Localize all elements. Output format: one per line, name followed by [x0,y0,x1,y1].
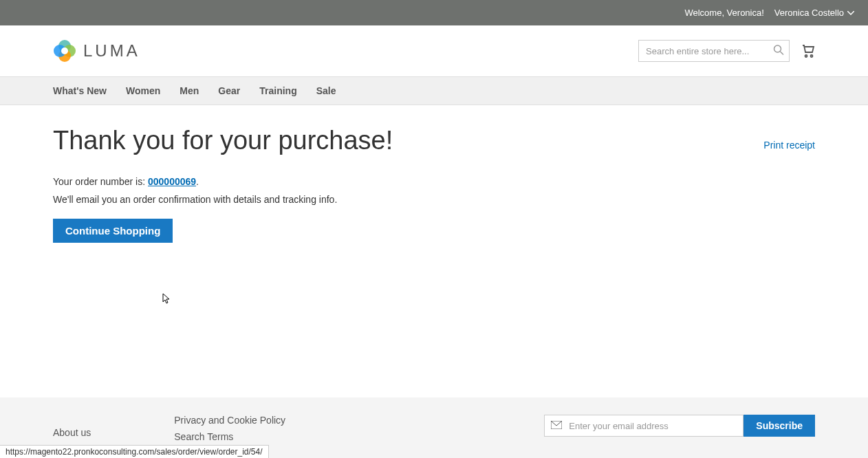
continue-shopping-button[interactable]: Continue Shopping [53,219,173,243]
order-number-link[interactable]: 000000069 [148,176,196,187]
chevron-down-icon [847,9,854,17]
search-box [638,40,790,62]
header: LUMA [0,25,868,76]
top-bar: Welcome, Veronica! Veronica Costello [0,0,868,25]
mail-icon [551,420,562,431]
footer-search-terms[interactable]: Search Terms [174,431,285,442]
newsletter-input[interactable] [544,415,744,437]
footer-about-us[interactable]: About us [53,427,129,438]
search-input[interactable] [638,40,790,62]
order-suffix: . [196,176,199,187]
welcome-text: Welcome, Veronica! [684,8,763,18]
confirmation-text: We'll email you an order confirmation wi… [53,194,815,205]
svg-point-5 [774,45,781,52]
logo-icon [53,39,76,63]
main-nav: What's New Women Men Gear Training Sale [0,76,868,105]
footer-newsletter: Subscribe [544,415,815,458]
subscribe-button[interactable]: Subscribe [744,415,815,437]
nav-gear[interactable]: Gear [218,77,240,105]
account-name: Veronica Costello [774,8,844,18]
page-title: Thank you for your purchase! [53,126,815,155]
order-label: Your order number is: [53,176,148,187]
logo[interactable]: LUMA [53,39,140,63]
logo-text: LUMA [83,41,140,61]
print-receipt-link[interactable]: Print receipt [763,140,815,151]
nav-whats-new[interactable]: What's New [53,77,107,105]
nav-sale[interactable]: Sale [316,77,336,105]
header-right [638,40,815,62]
nav-women[interactable]: Women [126,77,160,105]
nav-men[interactable]: Men [180,77,199,105]
search-icon[interactable] [773,45,784,58]
browser-status-bar: https://magento22.pronkoconsulting.com/s… [0,445,269,458]
account-dropdown[interactable]: Veronica Costello [774,8,854,18]
footer-privacy[interactable]: Privacy and Cookie Policy [174,415,285,426]
svg-point-4 [61,47,68,54]
nav-training[interactable]: Training [259,77,296,105]
svg-line-6 [781,52,784,55]
order-number-text: Your order number is: 000000069. [53,176,815,187]
cart-icon[interactable] [800,43,815,60]
cursor-icon [160,293,171,309]
main-content: Thank you for your purchase! Print recei… [0,105,868,284]
